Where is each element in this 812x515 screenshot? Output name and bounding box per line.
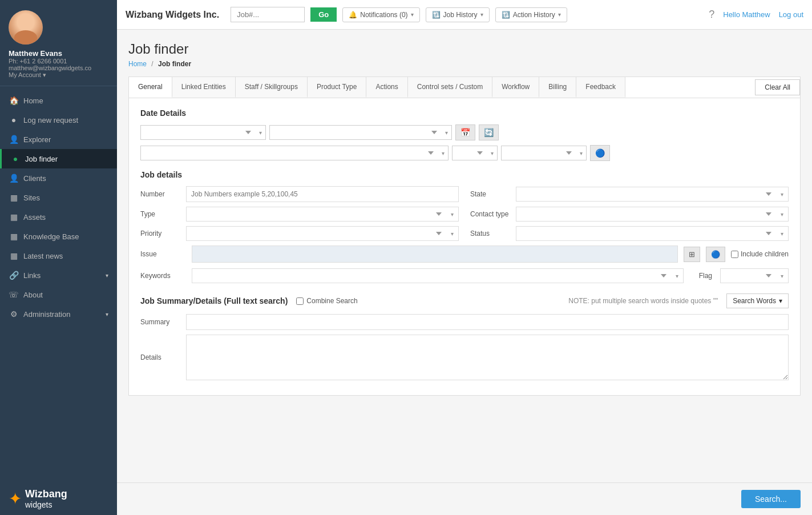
tab-workflow[interactable]: Workflow [492,77,539,98]
page-footer: Search... [117,482,812,515]
tab-linked-entities[interactable]: Linked Entities [172,77,236,98]
action-history-icon: 🔃 [502,11,510,19]
sidebar-item-log-new-request[interactable]: ● Log new request [0,110,117,130]
search-words-button[interactable]: Search Words ▾ [726,293,789,308]
contact-type-label: Contact type [470,210,510,218]
tab-actions[interactable]: Actions [366,77,407,98]
clear-all-button[interactable]: Clear All [755,79,800,95]
action-history-dropdown-icon: ▾ [558,11,561,18]
sidebar-item-administration-label: Administration [23,310,70,319]
sidebar-item-sites[interactable]: ▦ Sites [0,188,117,207]
sidebar-item-about-label: About [23,291,43,299]
job-history-label: Job History [443,11,478,19]
sidebar-item-job-finder[interactable]: ● Job finder [0,149,117,168]
job-search-input[interactable] [231,7,305,22]
hello-user-link[interactable]: Hello Matthew [723,10,770,19]
include-children-label: Include children [731,250,789,258]
state-dropdown-icon: ▾ [776,191,788,198]
sidebar-item-assets[interactable]: ▦ Assets [0,207,117,227]
sidebar: Matthew Evans Ph: +61 2 6266 0001 matthe… [0,0,117,515]
contact-type-select[interactable] [516,207,776,221]
fts-title: Job Summary/Details (Full text search) [140,296,288,305]
bell-icon: 🔔 [349,11,357,19]
dropdown-icon-2: ▾ [442,130,451,136]
time-icon-button[interactable]: 🔵 [590,145,610,161]
status-select[interactable] [516,227,776,240]
main-content: Wizbang Widgets Inc. Go 🔔 Notifications … [117,0,812,515]
tab-staff-skillgroups[interactable]: Staff / Skillgroups [236,77,308,98]
notifications-button[interactable]: 🔔 Notifications (0) ▾ [342,7,419,22]
issue-input[interactable] [192,246,678,263]
dropdown-icon-5: ▾ [576,150,586,156]
sidebar-item-links-label: Links [23,271,41,280]
date-field-2[interactable] [270,126,442,139]
tab-control-sets-custom[interactable]: Control sets / Custom [408,77,492,98]
calendar-icon-button[interactable]: 📅 [455,124,475,140]
sidebar-item-about[interactable]: ☏ About [0,285,117,304]
flag-select[interactable] [721,269,776,283]
search-button[interactable]: Search... [741,490,801,508]
issue-table-icon-button[interactable]: ⊞ [684,247,700,262]
number-input[interactable] [186,186,459,202]
links-arrow-icon: ▾ [106,272,108,279]
tab-feedback[interactable]: Feedback [576,77,625,98]
sidebar-item-links[interactable]: 🔗 Links ▾ [0,265,117,285]
include-children-checkbox[interactable] [731,251,738,258]
action-history-button[interactable]: 🔃 Action History ▾ [495,7,567,22]
fts-note: NOTE: put multiple search words inside q… [366,297,718,305]
keywords-select[interactable] [192,269,671,283]
notifications-dropdown-icon: ▾ [411,11,414,18]
priority-select[interactable] [187,227,446,240]
go-button[interactable]: Go [310,7,337,22]
date-field-5[interactable] [502,146,576,160]
dropdown-icon-1: ▾ [256,130,265,136]
tabs-row: General Linked Entities Staff / Skillgro… [128,77,801,98]
sidebar-item-knowledge-base-label: Knowledge Base [23,232,79,241]
my-account-link[interactable]: My Account ▾ [9,71,108,79]
state-select[interactable] [516,187,776,201]
tab-product-type[interactable]: Product Type [308,77,367,98]
logo-words: Wizbang widgets [25,488,67,509]
issue-refresh-button[interactable]: 🔵 [706,247,725,262]
combine-search-label: Combine Search [296,297,357,305]
sidebar-item-explorer[interactable]: 👤 Explorer [0,130,117,149]
type-contact-row: Type ▾ Contact type ▾ [140,207,789,222]
date-field-4[interactable] [453,146,487,160]
breadcrumb-home-link[interactable]: Home [128,60,147,68]
fts-header: Job Summary/Details (Full text search) C… [140,293,789,308]
home-icon: 🏠 [9,96,19,105]
date-field-1[interactable] [141,126,256,139]
job-history-button[interactable]: 🔃 Job History ▾ [426,7,490,22]
sidebar-item-home[interactable]: 🏠 Home [0,91,117,110]
dropdown-icon-3: ▾ [438,150,448,156]
sidebar-item-assets-label: Assets [23,213,46,222]
details-textarea[interactable] [186,335,789,380]
type-select[interactable] [187,207,446,221]
flag-label: Flag [689,272,712,280]
refresh-date-button[interactable]: 🔄 [479,124,499,140]
contact-type-dropdown-icon: ▾ [776,211,788,218]
summary-input[interactable] [186,314,789,330]
summary-field-row: Summary [140,314,789,330]
links-icon: 🔗 [9,271,19,280]
help-icon[interactable]: ? [706,9,717,21]
sidebar-item-administration[interactable]: ⚙ Administration ▾ [0,304,117,324]
date-details-title: Date Details [140,108,789,118]
sidebar-item-latest-news[interactable]: ▦ Latest news [0,246,117,265]
type-dropdown-icon: ▾ [446,211,458,218]
page-content: Job finder Home / Job finder General Lin… [117,30,812,482]
dropdown-icon-4: ▾ [487,150,497,156]
sidebar-item-knowledge-base[interactable]: ▦ Knowledge Base [0,227,117,246]
user-profile: Matthew Evans Ph: +61 2 6266 0001 matthe… [0,0,117,86]
combine-search-checkbox[interactable] [296,297,304,305]
date-field-3[interactable] [141,146,438,160]
sidebar-item-clients[interactable]: 👤 Clients [0,168,117,188]
details-field-row: Details [140,335,789,380]
person-icon: 👤 [9,135,19,144]
logout-link[interactable]: Log out [779,10,803,19]
admin-icon: ⚙ [9,309,19,319]
assets-icon: ▦ [9,212,19,222]
tab-general[interactable]: General [129,77,172,98]
full-text-search-section: Job Summary/Details (Full text search) C… [140,293,789,380]
tab-billing[interactable]: Billing [539,77,576,98]
